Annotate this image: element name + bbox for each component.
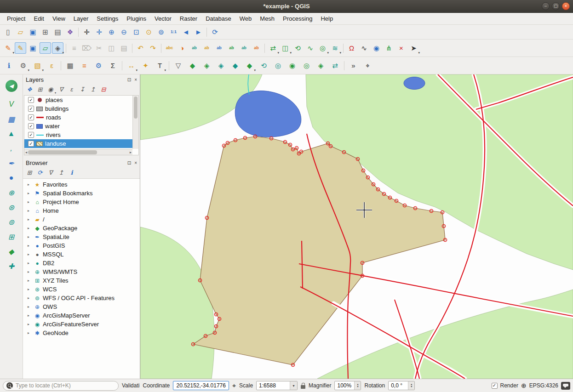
vertex-tool-icon[interactable]: ◈▾ [52, 42, 63, 54]
browser-item-root[interactable]: ▸ ▰ / [23, 215, 140, 224]
layer-checkbox[interactable]: ✓ [28, 123, 34, 129]
layout-manager-icon[interactable]: ▤ [52, 26, 63, 38]
layer-row-buildings[interactable]: ✓ buildings [24, 104, 132, 113]
annotation-arrow-icon[interactable]: ➤▾ [408, 42, 419, 54]
select-by-expression-icon[interactable]: ε [46, 60, 57, 71]
expand-arrow-icon[interactable]: ▸ [28, 244, 32, 248]
refresh-browser-icon[interactable]: ⟳ [35, 168, 45, 177]
manage-map-themes-icon[interactable]: ◉▾ [46, 85, 55, 94]
map-canvas[interactable] [140, 74, 573, 379]
layers-hscrollbar[interactable]: ◂ ▸ [24, 149, 132, 155]
zoom-full-icon[interactable]: ⊡ [131, 26, 142, 38]
text-annotation-icon[interactable]: T▾ [154, 60, 166, 71]
move-feature-icon[interactable]: ⇄▾ [267, 42, 279, 54]
pin-labels-icon[interactable]: ab [189, 42, 200, 54]
zoom-out-icon[interactable]: ⊖ [118, 26, 130, 38]
browser-item-project-home[interactable]: ▸ ⌂ Project Home [23, 198, 140, 206]
expand-arrow-icon[interactable]: ▸ [28, 313, 32, 318]
menu-web[interactable]: Web [235, 14, 256, 23]
scroll-left-icon[interactable]: ◂ [25, 150, 27, 154]
float-panel-icon[interactable]: ⊡ [127, 160, 131, 165]
zoom-native-icon[interactable]: 1:1 [168, 26, 179, 38]
browser-item-arcgis-feature[interactable]: ▸ ◉ ArcGisFeatureServer [23, 320, 140, 329]
stream-digitizing-icon[interactable]: ∿ [358, 42, 370, 54]
menu-project[interactable]: Project [3, 14, 29, 23]
lock-scale-icon[interactable] [301, 385, 305, 389]
highlight-labels-icon[interactable]: ab [201, 42, 212, 54]
browser-item-geopackage[interactable]: ▸ ◆ GeoPackage [23, 224, 140, 233]
zoom-in-icon[interactable]: ⊕ [106, 26, 117, 38]
browser-item-ows[interactable]: ▸ ⊕ OWS [23, 302, 140, 311]
expand-arrow-icon[interactable]: ▸ [28, 200, 32, 204]
expand-arrow-icon[interactable]: ▸ [28, 287, 32, 291]
rotate-feature-icon[interactable]: ⟲ [292, 42, 304, 54]
move-label-icon[interactable]: ab [226, 42, 237, 54]
filter-legend-icon[interactable]: ∇ [57, 85, 66, 94]
undo-icon[interactable]: ↶ [135, 42, 146, 54]
toggle-editing-icon[interactable]: ✎ [15, 42, 26, 54]
browser-item-xyz[interactable]: ▸ ⊞ XYZ Tiles [23, 276, 140, 285]
measure-icon[interactable]: ↔▾ [126, 60, 137, 71]
rotation-spinbox[interactable]: 0,0 ° ▴▾ [388, 381, 415, 390]
new-print-layout-icon[interactable]: ⊞ [40, 26, 51, 38]
add-wcs-layer-icon[interactable]: ⊛ [6, 201, 17, 213]
open-attribute-table-icon[interactable]: ▦ [64, 60, 76, 71]
cancel-icon[interactable]: × [395, 42, 407, 54]
add-postgis-layer-icon[interactable]: ● [6, 172, 17, 184]
close-panel-icon[interactable]: × [134, 160, 137, 165]
maximize-button[interactable]: ▢ [552, 2, 560, 10]
menu-settings[interactable]: Settings [92, 14, 122, 23]
filter-by-expression-icon[interactable]: ε [67, 85, 76, 94]
layer-checkbox[interactable]: ✓ [28, 97, 34, 103]
add-raster-layer-icon[interactable]: ▦ [6, 113, 17, 125]
save-layer-edits-icon[interactable]: ▣ [27, 42, 39, 54]
menu-edit[interactable]: Edit [29, 14, 48, 23]
messages-icon[interactable] [561, 382, 570, 390]
copy-features-icon[interactable]: ◫ [106, 42, 117, 54]
layer-row-water[interactable]: ✓ water [24, 122, 132, 131]
topological-editing-icon[interactable]: ⋔ [383, 42, 395, 54]
magnifier-spinbox[interactable]: 100% ▴▾ [334, 381, 361, 390]
open-layer-styling-icon[interactable]: ❖ [25, 85, 34, 94]
expand-arrow-icon[interactable]: ▸ [28, 322, 32, 326]
minimize-button[interactable]: – [542, 2, 550, 10]
close-button[interactable]: × [562, 2, 570, 10]
float-panel-icon[interactable]: ⊡ [127, 77, 131, 82]
collapse-all-icon[interactable]: ↥ [88, 85, 97, 94]
identify-features-icon[interactable]: ℹ [3, 60, 15, 71]
current-edits-icon[interactable]: ✎▾ [2, 42, 14, 54]
field-calculator-icon[interactable]: ≡ [79, 60, 90, 71]
expand-arrow-icon[interactable]: ▸ [28, 182, 32, 187]
add-delimited-text-icon[interactable]: , [6, 142, 17, 154]
expand-arrow-icon[interactable]: ▸ [28, 217, 32, 222]
refresh-icon[interactable]: ⟳ [209, 26, 221, 38]
layer-checkbox[interactable]: ✓ [28, 141, 34, 147]
expand-arrow-icon[interactable]: ▸ [28, 209, 32, 213]
menu-vector[interactable]: Vector [150, 14, 176, 23]
zoom-next-icon[interactable]: ► [193, 26, 204, 38]
show-hide-labels-icon[interactable]: ab [213, 42, 225, 54]
locate-box[interactable]: Type to locate (Ctrl+K) [3, 381, 119, 391]
browser-item-favorites[interactable]: ▸ ★ Favorites [23, 180, 140, 189]
merge-features-icon[interactable]: ◆ [229, 60, 241, 71]
collapse-browser-icon[interactable]: ↥ [57, 168, 66, 177]
add-ring-icon[interactable]: ◎▾ [317, 42, 328, 54]
delete-selected-icon[interactable]: ⌦ [81, 42, 92, 54]
layers-vscrollbar[interactable] [132, 96, 138, 149]
snapping-icon[interactable]: Ω [346, 42, 357, 54]
new-geopackage-layer-icon[interactable]: ◆ [6, 245, 17, 257]
new-shapefile-layer-icon[interactable]: ✚ [6, 260, 17, 272]
browser-item-geonode[interactable]: ▸ ✱ GeoNode [23, 329, 140, 337]
menu-layer[interactable]: Layer [69, 14, 93, 23]
coordinate-input[interactable]: 20.52152,-34.01776 [173, 381, 229, 390]
cut-features-icon[interactable]: ✂ [93, 42, 105, 54]
save-project-icon[interactable]: ▣ [27, 26, 39, 38]
style-manager-icon[interactable]: ❖ [64, 26, 76, 38]
browser-item-arcgis-map[interactable]: ▸ ◉ ArcGisMapServer [23, 311, 140, 320]
spin-buttons[interactable]: ▴▾ [408, 381, 414, 390]
copy-move-feature-icon[interactable]: ◫▾ [280, 42, 291, 54]
zoom-to-selection-icon[interactable]: ⊙ [143, 26, 155, 38]
metasearch-icon[interactable]: ⌖ [362, 60, 373, 71]
browser-item-spatialite[interactable]: ▸ ✒ SpatiaLite [23, 233, 140, 241]
layer-labeling-icon[interactable]: abc [164, 42, 175, 54]
